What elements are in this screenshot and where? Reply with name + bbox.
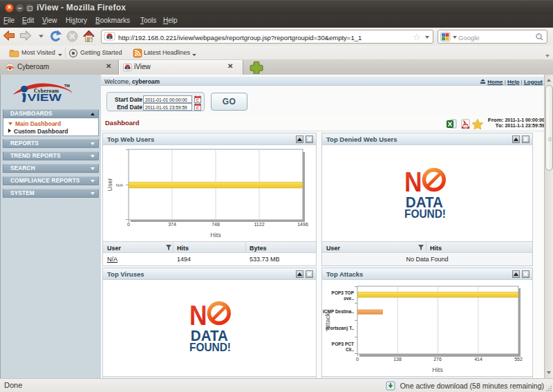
- svg-text:VIEW: VIEW: [28, 91, 62, 103]
- svg-text:374: 374: [168, 222, 176, 227]
- svg-text:TM: TM: [64, 84, 70, 88]
- svg-text:748: 748: [212, 222, 220, 227]
- svg-text:POP3 TOP: POP3 TOP: [332, 290, 355, 295]
- svg-text:276: 276: [433, 357, 442, 362]
- svg-text:0: 0: [127, 222, 130, 227]
- svg-text:FOUND!: FOUND!: [404, 207, 446, 221]
- svg-text:138: 138: [393, 357, 402, 362]
- svg-text:Cli..: Cli..: [346, 347, 354, 352]
- svg-text:N/A: N/A: [116, 183, 124, 187]
- svg-text:0: 0: [356, 357, 359, 362]
- svg-text:1122: 1122: [254, 222, 264, 227]
- svg-text:Hits: Hits: [432, 366, 443, 373]
- svg-text:PDF: PDF: [464, 127, 468, 129]
- svg-text:C: C: [196, 98, 200, 102]
- svg-text:414: 414: [474, 357, 482, 362]
- svg-text:C: C: [196, 106, 200, 110]
- svg-text:552: 552: [514, 357, 523, 362]
- svg-text:FOUND!: FOUND!: [189, 341, 231, 354]
- svg-text:ove..: ove..: [344, 296, 354, 301]
- svg-text:1496: 1496: [297, 222, 308, 227]
- svg-text:POP3 PCT: POP3 PCT: [332, 342, 354, 346]
- svg-text:Attack: Attack: [324, 312, 331, 330]
- svg-text:Hits: Hits: [210, 232, 221, 239]
- svg-text:User: User: [106, 178, 113, 191]
